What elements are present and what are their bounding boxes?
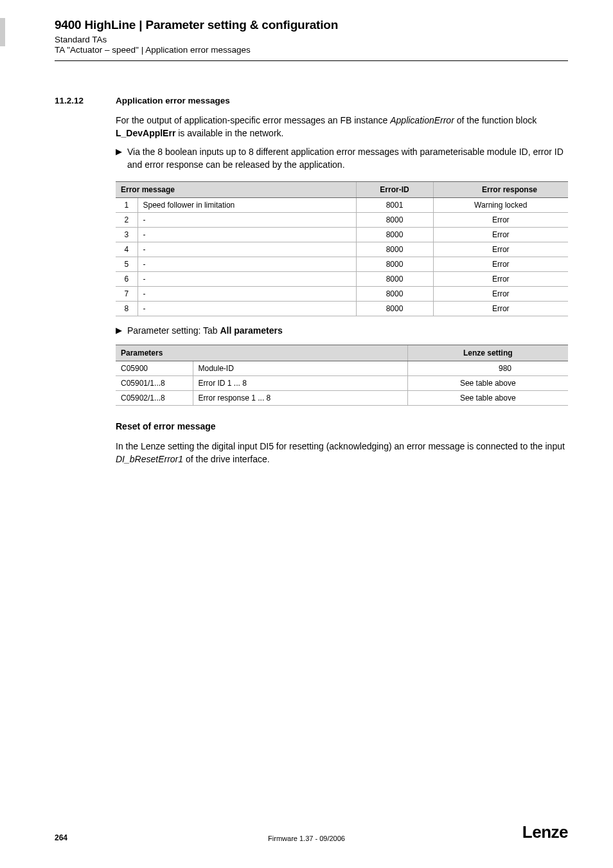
err-row-resp: Error xyxy=(433,302,568,316)
param-bullet-text: Parameter setting: Tab All parameters xyxy=(127,325,283,336)
reset-text-post: of the drive interface. xyxy=(183,454,270,464)
err-row-msg: - xyxy=(138,287,356,302)
param-bullet: ▶ Parameter setting: Tab All parameters xyxy=(116,325,568,336)
err-row-num: 5 xyxy=(116,257,138,272)
err-row-id: 8000 xyxy=(356,272,433,287)
param-row-value: 980 xyxy=(407,361,568,376)
err-row-resp: Error xyxy=(433,213,568,228)
table-row: 1Speed follower in limitation8001Warning… xyxy=(116,198,568,213)
table-row: 8-8000Error xyxy=(116,302,568,316)
err-row-num: 4 xyxy=(116,242,138,257)
page-subtitle-2: TA "Actuator – speed" | Application erro… xyxy=(55,45,568,55)
parameter-table: Parameters Lenze setting C05900Module-ID… xyxy=(116,345,568,406)
table-row: 2-8000Error xyxy=(116,213,568,228)
bullet-item-1: ▶ Via the 8 boolean inputs up to 8 diffe… xyxy=(116,146,568,171)
header-accent-bar xyxy=(0,18,5,46)
err-row-msg: - xyxy=(138,272,356,287)
err-row-resp: Error xyxy=(433,228,568,242)
intro-text-mid: of the function block xyxy=(454,115,537,125)
err-row-resp: Error xyxy=(433,257,568,272)
err-row-id: 8000 xyxy=(356,257,433,272)
err-row-id: 8001 xyxy=(356,198,433,213)
param-row-code: C05900 xyxy=(116,361,193,376)
reset-text-pre: In the Lenze setting the digital input D… xyxy=(116,441,565,451)
err-row-resp: Error xyxy=(433,242,568,257)
intro-text-pre: For the output of application-specific e… xyxy=(116,115,390,125)
reset-heading: Reset of error message xyxy=(116,421,568,431)
err-row-msg: - xyxy=(138,228,356,242)
param-table-header-param: Parameters xyxy=(116,345,407,361)
err-table-header-resp: Error response xyxy=(433,182,568,198)
param-row-code: C05901/1...8 xyxy=(116,376,193,391)
error-message-table: Error message Error-ID Error response 1S… xyxy=(116,181,568,316)
footer-page-number: 264 xyxy=(55,833,67,842)
err-row-msg: - xyxy=(138,302,356,316)
err-row-msg: - xyxy=(138,213,356,228)
intro-paragraph: For the output of application-specific e… xyxy=(116,114,568,140)
err-row-msg: - xyxy=(138,242,356,257)
err-row-msg: Speed follower in limitation xyxy=(138,198,356,213)
err-row-resp: Error xyxy=(433,287,568,302)
err-row-resp: Error xyxy=(433,272,568,287)
param-row-desc: Error response 1 ... 8 xyxy=(193,391,407,406)
triangle-icon: ▶ xyxy=(116,325,127,336)
err-row-id: 8000 xyxy=(356,213,433,228)
param-row-value: See table above xyxy=(407,391,568,406)
err-row-num: 3 xyxy=(116,228,138,242)
table-row: 7-8000Error xyxy=(116,287,568,302)
err-table-header-id: Error-ID xyxy=(356,182,433,198)
page-title: 9400 HighLine | Parameter setting & conf… xyxy=(55,18,568,32)
err-row-msg: - xyxy=(138,257,356,272)
header-divider xyxy=(55,60,568,61)
param-row-code: C05902/1...8 xyxy=(116,391,193,406)
page-subtitle-1: Standard TAs xyxy=(55,35,568,44)
err-row-resp: Warning locked xyxy=(433,198,568,213)
reset-text-italic: DI_bResetError1 xyxy=(116,454,183,464)
table-row: 4-8000Error xyxy=(116,242,568,257)
section-title: Application error messages xyxy=(116,96,230,105)
err-row-num: 8 xyxy=(116,302,138,316)
triangle-icon: ▶ xyxy=(116,146,127,171)
err-row-num: 1 xyxy=(116,198,138,213)
reset-paragraph: In the Lenze setting the digital input D… xyxy=(116,440,568,466)
err-row-num: 6 xyxy=(116,272,138,287)
footer-logo: Lenze xyxy=(522,822,568,842)
table-row: C05901/1...8Error ID 1 ... 8See table ab… xyxy=(116,376,568,391)
bullet-text-1: Via the 8 boolean inputs up to 8 differe… xyxy=(127,146,568,171)
param-table-header-lenze: Lenze setting xyxy=(407,345,568,361)
err-row-id: 8000 xyxy=(356,302,433,316)
table-row: 6-8000Error xyxy=(116,272,568,287)
page-footer: 264 Firmware 1.37 - 09/2006 Lenze xyxy=(0,822,613,842)
intro-text-italic: ApplicationError xyxy=(390,115,454,125)
err-row-id: 8000 xyxy=(356,287,433,302)
footer-firmware-info: Firmware 1.37 - 09/2006 xyxy=(268,835,345,842)
param-bullet-bold: All parameters xyxy=(220,325,282,336)
param-row-desc: Module-ID xyxy=(193,361,407,376)
section-number: 11.2.12 xyxy=(55,96,116,105)
intro-text-bold: L_DevApplErr xyxy=(116,128,175,138)
err-table-header-msg: Error message xyxy=(116,182,356,198)
param-bullet-pre: Parameter setting: Tab xyxy=(127,325,220,336)
intro-text-post: is available in the network. xyxy=(175,128,283,138)
table-row: 5-8000Error xyxy=(116,257,568,272)
param-row-desc: Error ID 1 ... 8 xyxy=(193,376,407,391)
err-row-num: 2 xyxy=(116,213,138,228)
table-row: C05900Module-ID980 xyxy=(116,361,568,376)
table-row: 3-8000Error xyxy=(116,228,568,242)
err-row-id: 8000 xyxy=(356,228,433,242)
err-row-id: 8000 xyxy=(356,242,433,257)
table-row: C05902/1...8Error response 1 ... 8See ta… xyxy=(116,391,568,406)
param-row-value: See table above xyxy=(407,376,568,391)
err-row-num: 7 xyxy=(116,287,138,302)
